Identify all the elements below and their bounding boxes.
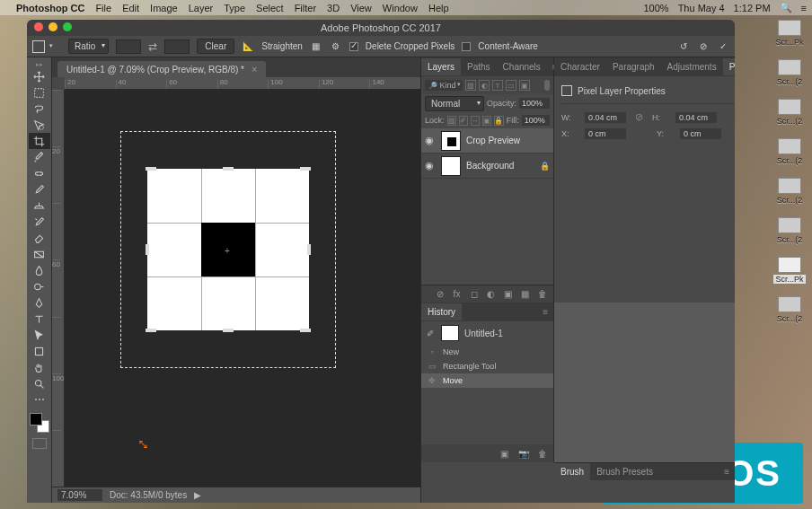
crop-handle[interactable] [307,244,311,255]
filter-kind-dropdown[interactable]: 🔎 Kind [425,80,463,91]
shape-tool[interactable] [29,343,50,359]
crop-handle[interactable] [146,167,156,171]
gradient-tool[interactable] [29,246,50,262]
status-more-icon[interactable]: ▶ [194,490,201,500]
panel-menu-icon[interactable]: ≡ [537,307,553,317]
crop-handle[interactable] [223,167,234,171]
path-select-tool[interactable] [29,327,50,343]
history-snapshot[interactable]: ✐ Untitled-1 [421,321,553,345]
delete-cropped-checkbox[interactable] [349,42,358,51]
window-zoom-button[interactable] [63,22,72,31]
layer-row[interactable]: ◉ Crop Preview [421,128,553,154]
quick-select-tool[interactable] [29,117,50,133]
document-tab[interactable]: Untitled-1 @ 7.09% (Crop Preview, RGB/8)… [57,61,266,77]
filter-shape-icon[interactable]: ▭ [506,80,516,91]
lock-transparency-icon[interactable]: ▨ [447,116,456,126]
desktop-file[interactable]: Scr...Pk [771,257,808,284]
window-close-button[interactable] [34,22,43,31]
brush-tool[interactable] [29,181,50,197]
history-step[interactable]: ▭ Rectangle Tool [421,359,553,373]
desktop-file[interactable]: Scr...Pk [771,20,808,47]
clear-button[interactable]: Clear [197,39,234,54]
straighten-icon[interactable]: 📐 [242,40,254,53]
lasso-tool[interactable] [29,101,50,117]
menu-window[interactable]: Window [383,3,418,13]
layer-thumbnail[interactable] [441,156,461,176]
foreground-color[interactable] [30,413,42,426]
visibility-toggle-icon[interactable]: ◉ [425,160,436,171]
new-layer-icon[interactable]: ▦ [519,288,531,300]
layer-mask-icon[interactable]: ◻ [468,288,480,300]
desktop-file[interactable]: Scr...(2 [771,178,808,205]
new-doc-from-state-icon[interactable]: ▣ [499,448,510,460]
history-step[interactable]: ▫ New [421,345,553,359]
marquee-tool[interactable] [29,84,50,101]
swap-width-height-icon[interactable]: ⇄ [148,40,157,53]
crop-handle[interactable] [146,244,149,255]
crop-options-gear-icon[interactable]: ⚙ [330,40,342,53]
menu-image[interactable]: Image [150,3,178,13]
x-value[interactable]: 0 cm [585,128,626,139]
crop-box[interactable]: + [147,169,309,330]
history-brush-tool[interactable] [29,214,50,230]
close-tab-icon[interactable]: × [252,64,257,75]
window-titlebar[interactable]: Adobe Photoshop CC 2017 [27,20,735,36]
blur-tool[interactable] [29,262,50,278]
lock-artboard-icon[interactable]: ▣ [482,116,491,126]
menu-filter[interactable]: Filter [295,3,316,13]
dodge-tool[interactable] [29,278,50,294]
new-snapshot-icon[interactable]: 📷 [517,448,529,460]
collapse-tools-icon[interactable]: ▸▸ [27,61,51,68]
layer-thumbnail[interactable] [441,131,461,151]
window-minimize-button[interactable] [49,22,57,31]
hand-tool[interactable] [29,359,50,375]
desktop-file[interactable]: Scr...(2 [771,138,808,165]
zoom-tool[interactable] [29,375,50,391]
tab-paths[interactable]: Paths [461,58,497,75]
menu-layer[interactable]: Layer [189,3,214,13]
blend-mode-dropdown[interactable]: Normal [425,96,484,111]
filter-toggle[interactable] [544,80,550,91]
crop-height-input[interactable] [164,39,190,54]
aspect-ratio-preset[interactable]: Ratio [68,39,109,54]
menu-view[interactable]: View [350,3,372,13]
crop-handle[interactable] [300,329,311,332]
reset-crop-icon[interactable]: ↺ [677,40,690,53]
filter-type-icon[interactable]: T [492,80,503,91]
eyedropper-tool[interactable] [29,149,50,165]
commit-crop-icon[interactable]: ✓ [717,40,729,53]
content-aware-checkbox[interactable] [462,42,471,51]
lock-pixels-icon[interactable]: ✐ [459,116,468,126]
menu-edit[interactable]: Edit [122,3,139,13]
tab-brush-presets[interactable]: Brush Presets [590,463,659,480]
horizontal-ruler[interactable]: 20406080100120140 [65,77,420,90]
desktop-file[interactable]: Scr...(2 [771,296,808,323]
height-value[interactable]: 0.04 cm [675,112,717,123]
cancel-crop-icon[interactable]: ⊘ [697,40,710,53]
menu-file[interactable]: File [95,3,111,13]
y-value[interactable]: 0 cm [680,128,721,139]
lock-position-icon[interactable]: ↔ [471,116,480,126]
panel-menu-icon[interactable]: ≡ [719,467,735,477]
crop-width-input[interactable] [116,39,141,54]
clone-stamp-tool[interactable] [29,197,50,214]
delete-layer-icon[interactable]: 🗑 [536,288,548,300]
zoom-level[interactable]: 7.09% [57,489,102,501]
canvas[interactable]: + ↔ [65,90,420,487]
tab-layers[interactable]: Layers [421,58,461,75]
crop-handle[interactable] [223,329,234,332]
layer-name[interactable]: Background [466,161,514,171]
crop-handle[interactable] [146,329,156,332]
filter-pixel-icon[interactable]: ▨ [465,80,476,91]
tab-brush[interactable]: Brush [554,463,590,480]
filter-adjust-icon[interactable]: ◐ [479,80,490,91]
layer-row[interactable]: ◉ Background 🔒 [421,154,553,179]
delete-state-icon[interactable]: 🗑 [536,448,548,460]
desktop-file[interactable]: Scr...(2 [771,59,808,86]
type-tool[interactable] [29,311,50,327]
pen-tool[interactable] [29,294,50,311]
tab-character[interactable]: Character [554,58,606,75]
adjustment-layer-icon[interactable]: ◐ [485,288,497,300]
spot-heal-tool[interactable] [29,165,50,181]
edit-toolbar-icon[interactable]: ⋯ [29,391,50,408]
